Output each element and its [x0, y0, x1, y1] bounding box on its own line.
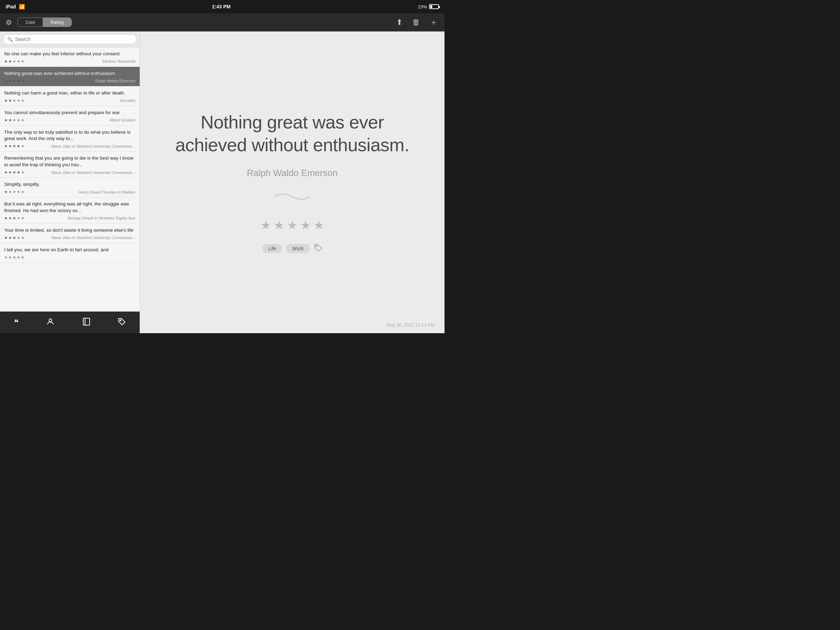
authors-nav-icon — [46, 317, 55, 328]
books-nav-icon — [83, 317, 90, 328]
sort-rating-button[interactable]: Rating — [43, 18, 71, 27]
device-label: iPad — [6, 4, 16, 9]
quote-meta-6: ★★★★★ Steve Jobs in Stanford University … — [4, 170, 136, 175]
quote-meta-5: ★★★★★ Steve Jobs in Stanford University … — [4, 144, 136, 148]
quote-text-5: The only way to be truly satisfied is to… — [4, 129, 136, 142]
battery-fill — [430, 5, 432, 8]
quote-text-8: But it was all right, everything was all… — [4, 201, 136, 214]
wifi-icon: 📶 — [19, 4, 25, 9]
quote-author-9: Steve Jobs in Stanford University Commen… — [51, 235, 136, 240]
svg-rect-1 — [83, 318, 90, 325]
add-button[interactable]: ＋ — [430, 17, 437, 28]
quote-meta-3: ★★★★★ Socrates — [4, 98, 136, 103]
quotes-nav-icon: ❝ — [14, 318, 19, 328]
search-icon: 🔍 — [7, 37, 13, 42]
tags-nav-icon — [118, 318, 126, 328]
main-quote-text: Nothing great was ever achieved without … — [168, 111, 417, 156]
quote-text-6: Remembering that you are going to die is… — [4, 155, 136, 168]
share-button[interactable]: ⬆ — [396, 18, 403, 27]
star-2[interactable]: ★ — [274, 218, 284, 232]
rating-stars[interactable]: ★ ★ ★ ★ ★ — [261, 218, 324, 232]
quote-author-6: Steve Jobs in Stanford University Commen… — [51, 171, 136, 175]
quote-text-10: I tell you, we are here on Earth to fart… — [4, 247, 136, 253]
quote-text-3: Nothing can harm a good man, either in l… — [4, 90, 136, 96]
quote-author-5: Steve Jobs in Stanford University Commen… — [51, 144, 136, 148]
quote-meta-9: ★★★★★ Steve Jobs in Stanford University … — [4, 235, 136, 240]
svg-point-3 — [120, 319, 121, 321]
quote-text-1: No one can make you feel inferior withou… — [4, 51, 136, 57]
toolbar-left: ⚙ Date Rating — [0, 17, 140, 28]
quote-item-9[interactable]: Your time is limited, so don't waste it … — [0, 224, 140, 243]
status-left: iPad 📶 — [6, 4, 25, 9]
quote-text-2: Nothing great was ever achieved without … — [4, 70, 136, 77]
quote-stars-8: ★★★★★ — [4, 216, 25, 221]
status-bar: iPad 📶 2:43 PM 23% — [0, 0, 445, 13]
quote-meta-7: ★★★★★ Henry David Thoreau in Walden — [4, 190, 136, 194]
quote-stars-10: ★★★★★ — [4, 255, 25, 260]
quotes-list: No one can make you feel inferior withou… — [0, 47, 140, 311]
right-panel: Nothing great was ever achieved without … — [140, 32, 445, 333]
bottom-nav: ❝ — [0, 311, 140, 333]
toolbar-right: ⬆ 🗑 ＋ — [140, 17, 445, 28]
delete-button[interactable]: 🗑 — [412, 18, 420, 27]
quote-item-3[interactable]: Nothing can harm a good man, either in l… — [0, 87, 140, 106]
quote-author-7: Henry David Thoreau in Walden — [78, 190, 136, 194]
quote-stars-4: ★★★★★ — [4, 118, 25, 123]
nav-tags-button[interactable] — [111, 316, 133, 329]
toolbar: ⚙ Date Rating ⬆ 🗑 ＋ — [0, 13, 445, 32]
quote-stars-3: ★★★★★ — [4, 98, 25, 103]
tag-life[interactable]: Life — [262, 244, 283, 253]
main-container: 🔍 No one can make you feel inferior with… — [0, 32, 445, 333]
quote-meta-8: ★★★★★ George Orwell in Nineteen Eighty-f… — [4, 216, 136, 221]
add-tag-icon[interactable] — [314, 243, 323, 254]
quote-item-7[interactable]: Simplify, simplify. ★★★★★ Henry David Th… — [0, 178, 140, 197]
left-panel: 🔍 No one can make you feel inferior with… — [0, 32, 140, 333]
quote-stars-6: ★★★★★ — [4, 170, 25, 175]
sort-segment-control: Date Rating — [17, 17, 72, 27]
quote-author-4: Albert Einstein — [109, 118, 136, 122]
status-time: 2:43 PM — [212, 4, 231, 9]
quote-item-8[interactable]: But it was all right, everything was all… — [0, 197, 140, 224]
quote-stars-2: ★★★★★ — [4, 79, 25, 83]
svg-point-0 — [49, 319, 52, 322]
search-bar: 🔍 — [0, 32, 140, 47]
nav-quotes-button[interactable]: ❝ — [7, 316, 25, 329]
quote-item-6[interactable]: Remembering that you are going to die is… — [0, 152, 140, 178]
star-3[interactable]: ★ — [287, 218, 297, 232]
sort-date-button[interactable]: Date — [18, 18, 43, 27]
quote-stars-5: ★★★★★ — [4, 144, 25, 148]
quote-item-1[interactable]: No one can make you feel inferior withou… — [0, 47, 140, 67]
quote-author-1: Eleanor Roosevelt — [103, 59, 136, 63]
quote-item-2[interactable]: Nothing great was ever achieved without … — [0, 67, 140, 87]
status-right: 23% — [418, 4, 439, 9]
quote-item-5[interactable]: The only way to be truly satisfied is to… — [0, 126, 140, 152]
battery-icon — [429, 4, 439, 9]
quote-stars-9: ★★★★★ — [4, 235, 25, 240]
quote-item-10[interactable]: I tell you, we are here on Earth to fart… — [0, 243, 140, 263]
quote-meta-10: ★★★★★ — [4, 255, 136, 260]
tags-row: Life Work — [262, 243, 323, 254]
quote-author-2: Ralph Waldo Emerson — [95, 79, 136, 83]
nav-books-button[interactable] — [76, 316, 97, 329]
divider-swirl — [271, 190, 313, 207]
svg-point-4 — [316, 245, 317, 247]
search-input[interactable] — [15, 36, 132, 42]
star-5[interactable]: ★ — [314, 218, 324, 232]
quote-author-3: Socrates — [120, 98, 136, 103]
search-input-wrap[interactable]: 🔍 — [3, 34, 136, 44]
quote-text-4: You cannot simultaneously prevent and pr… — [4, 109, 136, 116]
tag-work[interactable]: Work — [286, 244, 310, 253]
quote-meta-4: ★★★★★ Albert Einstein — [4, 118, 136, 123]
quote-meta-2: ★★★★★ Ralph Waldo Emerson — [4, 79, 136, 83]
main-quote-author: Ralph Waldo Emerson — [247, 167, 337, 178]
quote-author-8: George Orwell in Nineteen Eighty-four — [68, 216, 136, 220]
battery-percent: 23% — [418, 4, 427, 9]
star-1[interactable]: ★ — [261, 218, 271, 232]
quote-text-9: Your time is limited, so don't waste it … — [4, 227, 136, 234]
nav-authors-button[interactable] — [39, 316, 62, 329]
quote-stars-7: ★★★★★ — [4, 190, 25, 194]
star-4[interactable]: ★ — [300, 218, 311, 232]
quote-item-4[interactable]: You cannot simultaneously prevent and pr… — [0, 106, 140, 126]
settings-button[interactable]: ⚙ — [4, 17, 13, 28]
quote-date: May 30, 2012 12:11 PM — [387, 322, 435, 328]
